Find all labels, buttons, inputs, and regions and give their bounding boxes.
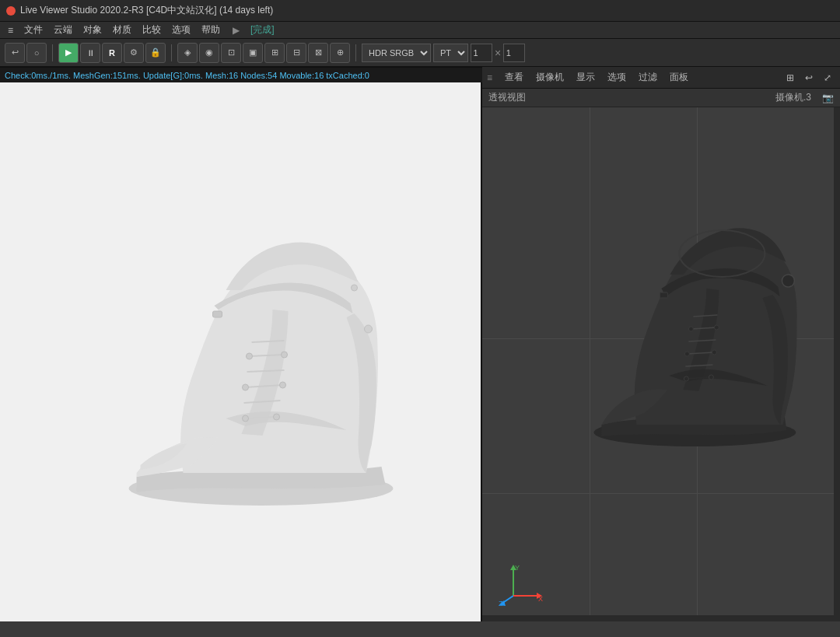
svg-point-8 bbox=[274, 414, 280, 420]
view-btn-5[interactable]: ⊞ bbox=[264, 43, 285, 63]
viewport-icons: ⊞ ↩ ⤢ bbox=[782, 70, 835, 86]
view-menu[interactable]: 查看 bbox=[502, 69, 527, 86]
right-menu-icon: ≡ bbox=[487, 72, 492, 83]
svg-point-11 bbox=[247, 353, 253, 359]
svg-text:X: X bbox=[538, 595, 543, 603]
gear-button[interactable]: ⚙ bbox=[124, 43, 144, 63]
play-button[interactable]: ▶ bbox=[58, 43, 79, 63]
render-panel bbox=[0, 82, 482, 621]
viewport-label: 透视视图 bbox=[488, 91, 526, 104]
view-btn-2[interactable]: ◉ bbox=[199, 43, 219, 63]
num-input-2[interactable] bbox=[503, 44, 525, 62]
menu-object[interactable]: 对象 bbox=[79, 22, 107, 38]
viewport-toolbar: ≡ 查看 摄像机 显示 选项 过滤 面板 ⊞ ↩ ⤢ bbox=[482, 67, 840, 89]
svg-point-27 bbox=[684, 352, 689, 356]
svg-point-26 bbox=[709, 375, 713, 380]
menu-material[interactable]: 材质 bbox=[108, 22, 136, 38]
svg-point-9 bbox=[243, 384, 249, 390]
svg-point-25 bbox=[684, 376, 688, 381]
menu-options[interactable]: 选项 bbox=[167, 22, 195, 38]
toolbar-view-group: ◈ ◉ ⊡ ▣ ⊞ ⊟ ⊠ ⊕ bbox=[177, 43, 350, 63]
options-menu[interactable]: 选项 bbox=[604, 69, 629, 86]
svg-text:Z: Z bbox=[499, 600, 503, 607]
menu-arrow: ▶ bbox=[233, 25, 240, 36]
viewport-header: 透视视图 摄像机.3 📷 bbox=[482, 89, 840, 107]
camera-label: 摄像机.3 bbox=[775, 91, 811, 104]
view-btn-4[interactable]: ▣ bbox=[243, 43, 263, 63]
filter-menu[interactable]: 过滤 bbox=[635, 69, 660, 86]
toolbar-sep-3 bbox=[355, 44, 356, 61]
multiply-sign: × bbox=[495, 47, 501, 59]
pt-select[interactable]: PT bbox=[433, 44, 468, 62]
title-bar: Live Viewer Studio 2020.2-R3 [C4D中文站汉化] … bbox=[0, 0, 840, 22]
menu-icon[interactable]: ≡ bbox=[3, 23, 18, 37]
svg-point-31 bbox=[782, 275, 794, 287]
view-btn-1[interactable]: ◈ bbox=[177, 43, 198, 63]
viewport-shoe bbox=[566, 187, 815, 460]
svg-rect-24 bbox=[660, 292, 667, 298]
viewport-canvas[interactable]: Y Z X bbox=[482, 107, 840, 621]
undo-icon[interactable]: ↩ bbox=[801, 70, 817, 86]
svg-point-28 bbox=[712, 350, 716, 355]
menu-bar: ≡ 文件 云端 对象 材质 比较 选项 帮助 ▶ [完成] bbox=[0, 22, 840, 39]
vertical-scrollbar[interactable] bbox=[834, 107, 840, 615]
toolbar-sep-1 bbox=[52, 44, 53, 61]
svg-rect-13 bbox=[213, 311, 222, 317]
view-btn-6[interactable]: ⊟ bbox=[286, 43, 306, 63]
svg-point-30 bbox=[714, 325, 719, 330]
lock-button[interactable]: 🔒 bbox=[145, 43, 166, 63]
menu-compare[interactable]: 比较 bbox=[138, 22, 166, 38]
grid-icon[interactable]: ⊞ bbox=[782, 70, 798, 86]
svg-point-7 bbox=[243, 415, 249, 422]
close-button[interactable] bbox=[6, 6, 16, 16]
view-btn-7[interactable]: ⊠ bbox=[308, 43, 328, 63]
circle-button[interactable]: ○ bbox=[26, 43, 47, 63]
view-btn-8[interactable]: ⊕ bbox=[330, 43, 350, 63]
svg-text:Y: Y bbox=[515, 564, 520, 572]
pause-button[interactable]: ⏸ bbox=[80, 43, 100, 63]
toolbar: ↩ ○ ▶ ⏸ R ⚙ 🔒 ◈ ◉ ⊡ ▣ ⊞ ⊟ ⊠ ⊕ HDR SRGB P… bbox=[0, 39, 840, 67]
num-input-1[interactable] bbox=[471, 44, 492, 62]
window-title: Live Viewer Studio 2020.2-R3 [C4D中文站汉化] … bbox=[20, 4, 834, 17]
svg-point-29 bbox=[688, 327, 693, 331]
toolbar-nav-group: ↩ ○ bbox=[5, 43, 47, 63]
menu-help[interactable]: 帮助 bbox=[197, 22, 225, 38]
viewport-panel: ≡ 查看 摄像机 显示 选项 过滤 面板 ⊞ ↩ ⤢ 透视视图 摄像机.3 📷 bbox=[482, 67, 840, 621]
svg-point-15 bbox=[352, 285, 358, 291]
toolbar-sep-2 bbox=[171, 44, 172, 61]
menu-cloud[interactable]: 云端 bbox=[49, 22, 77, 38]
svg-point-10 bbox=[280, 382, 286, 388]
svg-point-12 bbox=[282, 352, 288, 358]
horizontal-scrollbar[interactable] bbox=[482, 615, 840, 621]
svg-point-14 bbox=[365, 325, 373, 333]
main-content: ≡ 查看 摄像机 显示 选项 过滤 面板 ⊞ ↩ ⤢ 透视视图 摄像机.3 📷 bbox=[0, 67, 840, 621]
undo-button[interactable]: ↩ bbox=[5, 43, 25, 63]
hdr-select[interactable]: HDR SRGB bbox=[362, 44, 431, 62]
render-status: [完成] bbox=[247, 22, 278, 38]
axis-indicator: Y Z X bbox=[498, 561, 544, 607]
grid-line-h2 bbox=[482, 493, 840, 494]
camera-menu[interactable]: 摄像机 bbox=[533, 69, 567, 86]
panel-menu[interactable]: 面板 bbox=[667, 69, 691, 86]
expand-icon[interactable]: ⤢ bbox=[820, 70, 835, 86]
display-menu[interactable]: 显示 bbox=[573, 69, 598, 86]
toolbar-play-group: ▶ ⏸ R ⚙ 🔒 bbox=[58, 43, 166, 63]
render-shoe-left bbox=[90, 177, 425, 527]
camera-icon: 📷 bbox=[822, 93, 834, 103]
view-btn-3[interactable]: ⊡ bbox=[221, 43, 241, 63]
menu-file[interactable]: 文件 bbox=[19, 22, 47, 38]
r-button[interactable]: R bbox=[102, 43, 122, 63]
